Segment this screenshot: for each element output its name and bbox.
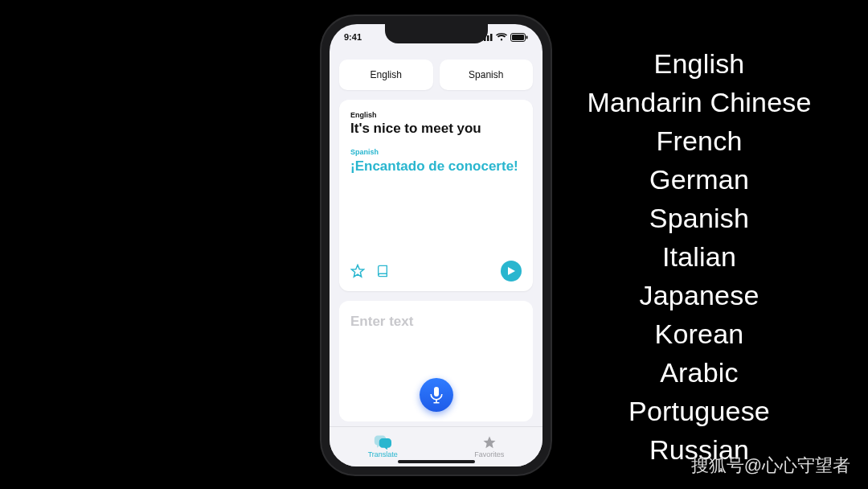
wifi-icon xyxy=(496,33,507,41)
microphone-icon xyxy=(429,386,444,404)
text-input-card[interactable]: Enter text xyxy=(339,301,533,421)
language-item: Arabic xyxy=(563,353,836,392)
language-item: German xyxy=(563,160,836,199)
battery-icon xyxy=(510,33,528,42)
play-icon xyxy=(506,266,516,276)
tab-translate-label: Translate xyxy=(368,450,398,458)
source-language-label: English xyxy=(350,111,522,119)
translate-icon xyxy=(374,435,391,450)
star-icon xyxy=(481,435,497,450)
input-placeholder: Enter text xyxy=(350,314,522,330)
translated-text: ¡Encantado de conocerte! xyxy=(350,158,522,175)
phone-mockup: 9:41 English Spanish English It's nice xyxy=(321,16,551,475)
svg-rect-5 xyxy=(512,35,524,40)
svg-marker-8 xyxy=(508,267,515,275)
language-item: Korean xyxy=(563,314,836,353)
language-item: Portuguese xyxy=(563,392,836,430)
home-indicator xyxy=(398,460,475,463)
svg-rect-3 xyxy=(490,34,493,41)
target-language-button[interactable]: Spanish xyxy=(440,60,534,90)
source-language-button[interactable]: English xyxy=(339,60,433,90)
language-item: Japanese xyxy=(563,276,836,314)
language-item: French xyxy=(563,121,836,160)
svg-rect-6 xyxy=(526,35,528,39)
supported-languages-list: English Mandarin Chinese French German S… xyxy=(563,44,836,469)
source-text: It's nice to meet you xyxy=(350,121,522,137)
play-audio-button[interactable] xyxy=(501,261,522,281)
tab-favorites-label: Favorites xyxy=(474,450,504,458)
language-item: Mandarin Chinese xyxy=(563,83,836,121)
language-item: Italian xyxy=(563,237,836,276)
target-language-label: Spanish xyxy=(350,148,522,156)
watermark-text: 搜狐号@心心守望者 xyxy=(691,454,850,478)
svg-rect-2 xyxy=(487,35,489,41)
phone-notch xyxy=(385,24,488,43)
favorite-icon[interactable] xyxy=(350,264,365,278)
translation-card: English It's nice to meet you Spanish ¡E… xyxy=(339,100,533,291)
language-item: Spanish xyxy=(563,199,836,237)
status-time: 9:41 xyxy=(344,32,362,42)
svg-rect-9 xyxy=(434,387,439,397)
microphone-button[interactable] xyxy=(420,378,453,412)
dictionary-icon[interactable] xyxy=(376,264,389,278)
svg-marker-10 xyxy=(483,437,495,449)
language-item: English xyxy=(563,44,836,83)
svg-marker-7 xyxy=(352,265,364,277)
